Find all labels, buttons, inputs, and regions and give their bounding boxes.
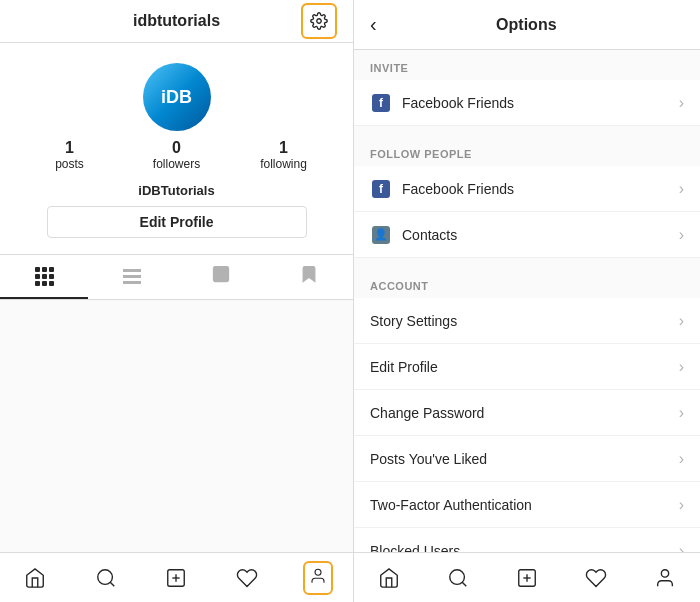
chevron-icon: › xyxy=(679,542,684,553)
follow-contacts-item[interactable]: 👤 Contacts › xyxy=(354,212,700,258)
facebook-follow-icon: f xyxy=(370,178,392,200)
bookmark-icon xyxy=(299,264,319,288)
story-settings-item[interactable]: Story Settings › xyxy=(354,298,700,344)
options-title: Options xyxy=(389,16,684,34)
left-panel: idbtutorials iDB 1 posts 0 followers 1 f… xyxy=(0,0,354,602)
chevron-icon: › xyxy=(679,226,684,244)
followers-count: 0 xyxy=(172,139,181,157)
right-nav-profile[interactable] xyxy=(631,553,700,602)
following-count: 1 xyxy=(279,139,288,157)
blocked-users-item[interactable]: Blocked Users › xyxy=(354,528,700,552)
edit-profile-label: Edit Profile xyxy=(370,359,679,375)
change-password-item[interactable]: Change Password › xyxy=(354,390,700,436)
profile-nav-border xyxy=(303,561,333,595)
facebook-invite-icon: f xyxy=(370,92,392,114)
svg-line-10 xyxy=(462,582,466,586)
chevron-icon: › xyxy=(679,450,684,468)
follow-section-label: FOLLOW PEOPLE xyxy=(354,136,700,166)
separator-2 xyxy=(354,258,700,268)
posts-stat: 1 posts xyxy=(16,139,123,171)
edit-profile-button[interactable]: Edit Profile xyxy=(47,206,307,238)
account-section-label: ACCOUNT xyxy=(354,268,700,298)
nav-search[interactable] xyxy=(71,553,142,602)
profile-section: iDB 1 posts 0 followers 1 following iDBT… xyxy=(0,43,353,254)
tab-grid[interactable] xyxy=(0,255,88,299)
svg-point-2 xyxy=(218,270,223,275)
options-list: INVITE f Facebook Friends › FOLLOW PEOPL… xyxy=(354,50,700,552)
following-stat: 1 following xyxy=(230,139,337,171)
right-header: ‹ Options xyxy=(354,0,700,50)
list-icon xyxy=(123,269,141,284)
grid-icon xyxy=(35,267,54,286)
followers-label: followers xyxy=(153,157,200,171)
person-tag-icon xyxy=(211,264,231,288)
stats-row: 1 posts 0 followers 1 following xyxy=(16,139,337,171)
chevron-icon: › xyxy=(679,496,684,514)
right-nav-search[interactable] xyxy=(423,553,492,602)
left-header: idbtutorials xyxy=(0,0,353,43)
blocked-users-label: Blocked Users xyxy=(370,543,679,553)
svg-point-8 xyxy=(315,569,321,575)
invite-section-label: INVITE xyxy=(354,50,700,80)
tab-list[interactable] xyxy=(88,255,176,299)
back-button[interactable]: ‹ xyxy=(370,13,377,36)
profile-title: idbtutorials xyxy=(133,12,220,30)
right-nav-add[interactable] xyxy=(492,553,561,602)
right-nav-home[interactable] xyxy=(354,553,423,602)
username-display: iDBTutorials xyxy=(138,183,214,198)
posts-label: posts xyxy=(55,157,84,171)
settings-button[interactable] xyxy=(301,3,337,39)
two-factor-label: Two-Factor Authentication xyxy=(370,497,679,513)
svg-point-0 xyxy=(317,19,322,24)
posts-liked-item[interactable]: Posts You've Liked › xyxy=(354,436,700,482)
chevron-icon: › xyxy=(679,404,684,422)
contacts-icon: 👤 xyxy=(370,224,392,246)
followers-stat: 0 followers xyxy=(123,139,230,171)
change-password-label: Change Password xyxy=(370,405,679,421)
empty-grid xyxy=(0,300,353,552)
chevron-icon: › xyxy=(679,94,684,112)
right-nav-likes[interactable] xyxy=(562,553,631,602)
chevron-icon: › xyxy=(679,180,684,198)
follow-facebook-label: Facebook Friends xyxy=(402,181,679,197)
right-bottom-nav xyxy=(354,552,700,602)
contacts-label: Contacts xyxy=(402,227,679,243)
nav-profile[interactable] xyxy=(282,553,353,602)
posts-liked-label: Posts You've Liked xyxy=(370,451,679,467)
two-factor-item[interactable]: Two-Factor Authentication › xyxy=(354,482,700,528)
nav-home[interactable] xyxy=(0,553,71,602)
view-tabs xyxy=(0,254,353,300)
invite-facebook-label: Facebook Friends xyxy=(402,95,679,111)
separator-1 xyxy=(354,126,700,136)
nav-add[interactable] xyxy=(141,553,212,602)
right-panel: ‹ Options INVITE f Facebook Friends › FO… xyxy=(354,0,700,602)
tab-tagged[interactable] xyxy=(177,255,265,299)
story-settings-label: Story Settings xyxy=(370,313,679,329)
follow-facebook-item[interactable]: f Facebook Friends › xyxy=(354,166,700,212)
chevron-icon: › xyxy=(679,358,684,376)
edit-profile-item[interactable]: Edit Profile › xyxy=(354,344,700,390)
left-bottom-nav xyxy=(0,552,353,602)
following-label: following xyxy=(260,157,307,171)
tab-saved[interactable] xyxy=(265,255,353,299)
svg-point-3 xyxy=(98,569,113,584)
nav-likes[interactable] xyxy=(212,553,283,602)
posts-count: 1 xyxy=(65,139,74,157)
invite-facebook-item[interactable]: f Facebook Friends › xyxy=(354,80,700,126)
avatar: iDB xyxy=(143,63,211,131)
svg-point-14 xyxy=(662,569,669,576)
chevron-icon: › xyxy=(679,312,684,330)
svg-line-4 xyxy=(110,582,114,586)
svg-point-9 xyxy=(450,569,465,584)
